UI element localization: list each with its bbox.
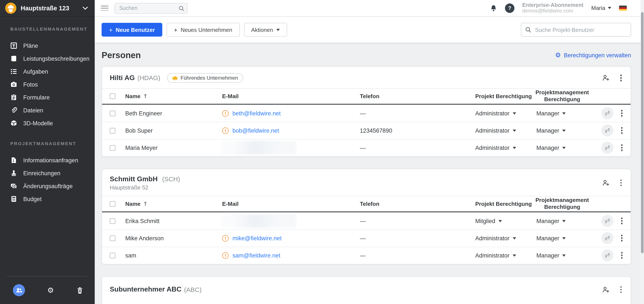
- column-header-pm-permission[interactable]: Projektmanagement Berechtigung: [530, 197, 594, 211]
- column-header-name[interactable]: Name↑: [125, 200, 222, 207]
- warning-icon[interactable]: !: [222, 252, 228, 258]
- warning-icon[interactable]: !: [222, 110, 228, 116]
- submittals-icon: [10, 170, 17, 176]
- sidebar-item-label: Formulare: [23, 94, 50, 100]
- company-menu-kebab-icon[interactable]: [618, 178, 624, 188]
- project-switcher[interactable]: Hauptstraße 123: [0, 0, 95, 17]
- user-menu[interactable]: Maria: [591, 5, 611, 12]
- manage-permissions-link[interactable]: ⚙ Berechtigungen verwalten: [555, 52, 631, 58]
- row-menu-kebab-icon[interactable]: [619, 126, 625, 136]
- row-menu-kebab-icon[interactable]: [619, 143, 625, 153]
- select-all-checkbox[interactable]: [110, 93, 115, 99]
- company-menu-kebab-icon[interactable]: [618, 284, 624, 294]
- column-header-pm-permission[interactable]: Projektmanagement Berechtigung: [530, 89, 594, 103]
- row-checkbox[interactable]: [110, 128, 115, 133]
- project-permission-dropdown[interactable]: Administrator: [459, 235, 530, 241]
- company-menu-kebab-icon[interactable]: [618, 73, 624, 83]
- actions-dropdown-button[interactable]: Aktionen: [244, 23, 287, 36]
- unlink-button[interactable]: [601, 249, 613, 261]
- sidebar-item-change-orders[interactable]: Änderungsaufträge: [0, 180, 95, 192]
- section-label-project-management: PROJEKTMANAGEMENT: [0, 141, 95, 148]
- project-permission-dropdown[interactable]: Administrator: [459, 110, 530, 116]
- main-area: ? Enterprise-Abonnement demos@fieldwire.…: [95, 0, 644, 304]
- add-person-icon[interactable]: [602, 179, 609, 186]
- email-link[interactable]: mike@fieldwire.net: [232, 235, 282, 241]
- hamburger-menu-icon[interactable]: [101, 6, 108, 11]
- settings-gear-icon[interactable]: ⚙: [47, 286, 54, 294]
- row-checkbox[interactable]: [110, 145, 115, 150]
- row-checkbox[interactable]: [110, 110, 115, 116]
- warning-icon[interactable]: !: [222, 127, 228, 134]
- unlink-button[interactable]: [601, 232, 613, 244]
- pm-permission-dropdown[interactable]: Manager: [530, 235, 594, 241]
- project-permission-dropdown[interactable]: Administrator: [459, 252, 530, 258]
- sidebar-item-plans[interactable]: Pläne: [0, 39, 95, 52]
- language-flag-german[interactable]: [619, 6, 627, 11]
- unlink-button[interactable]: [601, 107, 613, 119]
- pm-permission-dropdown[interactable]: Manager: [530, 252, 594, 258]
- pm-permission-dropdown[interactable]: Manager: [530, 144, 594, 151]
- photos-icon: [10, 81, 17, 88]
- sidebar-item-label: Pläne: [23, 42, 38, 49]
- project-permission-dropdown[interactable]: Administrator: [459, 144, 530, 151]
- table-row: Mike Anderson !mike@fieldwire.net — Admi…: [102, 229, 631, 246]
- column-header-email[interactable]: E-Mail: [222, 93, 360, 99]
- row-menu-kebab-icon[interactable]: [619, 108, 625, 118]
- sidebar-item-files[interactable]: Dateien: [0, 104, 95, 117]
- row-menu-kebab-icon[interactable]: [619, 250, 625, 260]
- global-search-input[interactable]: [114, 3, 188, 14]
- column-header-phone[interactable]: Telefon: [360, 93, 459, 99]
- add-person-icon[interactable]: [602, 286, 609, 293]
- sidebar-item-photos[interactable]: Fotos: [0, 78, 95, 91]
- sidebar-item-budget[interactable]: Budget: [0, 192, 95, 206]
- project-permission-dropdown[interactable]: Mitglied: [459, 218, 530, 224]
- unlink-button[interactable]: [601, 215, 613, 227]
- table-header-row: Name↑ E-Mail Telefon Projekt Berechtigun…: [102, 88, 631, 104]
- unlink-button[interactable]: [601, 142, 613, 154]
- help-icon[interactable]: ?: [505, 4, 514, 13]
- row-checkbox[interactable]: [110, 252, 115, 258]
- chevron-down-icon[interactable]: [82, 5, 89, 12]
- notifications-bell-icon[interactable]: [490, 4, 497, 12]
- new-company-button[interactable]: + Neues Unternehmen: [166, 23, 240, 36]
- user-search-input[interactable]: [521, 23, 631, 36]
- row-checkbox[interactable]: [110, 218, 115, 224]
- pm-permission-dropdown[interactable]: Manager: [530, 110, 594, 116]
- select-all-checkbox[interactable]: [110, 201, 115, 206]
- pm-permission-dropdown[interactable]: Manager: [530, 218, 594, 224]
- unlink-button[interactable]: [601, 124, 613, 136]
- column-header-project-permission[interactable]: Projekt Berechtigung: [459, 93, 530, 99]
- sidebar-item-label: Budget: [23, 196, 42, 202]
- sidebar-item-models[interactable]: 3D-Modelle: [0, 117, 95, 130]
- content: Personen ⚙ Berechtigungen verwalten Hilt…: [95, 43, 644, 304]
- sidebar-item-tasks[interactable]: Aufgaben: [0, 65, 95, 78]
- column-header-email[interactable]: E-Mail: [222, 200, 360, 207]
- row-menu-kebab-icon[interactable]: [619, 233, 625, 243]
- sidebar-item-rfis[interactable]: Informationsanfragen: [0, 154, 95, 167]
- sidebar-item-specifications[interactable]: Leistungsbeschreibungen: [0, 52, 95, 65]
- pm-permission-dropdown[interactable]: Manager: [530, 127, 594, 134]
- scrollbar-thumb[interactable]: [641, 12, 644, 253]
- sidebar-item-submittals[interactable]: Einreichungen: [0, 167, 95, 180]
- email-link[interactable]: bob@fieldwire.net: [232, 127, 279, 134]
- search-icon: [525, 26, 532, 33]
- change-orders-icon: [10, 182, 17, 190]
- project-permission-dropdown[interactable]: Administrator: [459, 127, 530, 134]
- add-person-icon[interactable]: [602, 74, 609, 82]
- people-button[interactable]: [13, 284, 25, 296]
- tasks-icon: [10, 68, 17, 75]
- row-checkbox[interactable]: [110, 235, 115, 241]
- column-header-phone[interactable]: Telefon: [360, 200, 459, 207]
- sidebar-item-label: Einreichungen: [23, 170, 60, 176]
- email-link[interactable]: sam@fieldwire.net: [232, 252, 280, 258]
- warning-icon[interactable]: !: [222, 235, 228, 241]
- trash-icon[interactable]: [76, 286, 84, 294]
- new-user-button[interactable]: + Neue Benutzer: [102, 23, 162, 36]
- scrollbar-track[interactable]: [640, 0, 644, 304]
- column-header-project-permission[interactable]: Projekt Berechtigung: [459, 200, 530, 207]
- email-link[interactable]: beth@fieldwire.net: [232, 110, 281, 116]
- column-header-name[interactable]: Name↑: [125, 93, 222, 99]
- chevron-down-icon: [608, 7, 611, 9]
- row-menu-kebab-icon[interactable]: [619, 216, 625, 226]
- sidebar-item-forms[interactable]: Formulare: [0, 91, 95, 104]
